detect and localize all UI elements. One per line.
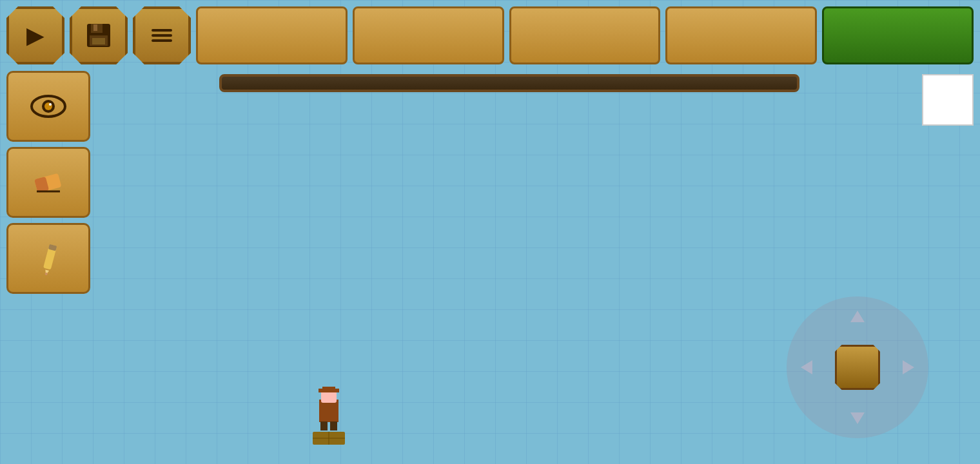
tab-background[interactable]	[822, 6, 974, 64]
dpad-center	[835, 345, 880, 390]
eye-button[interactable]	[6, 71, 90, 142]
tab-blocks[interactable]	[353, 6, 504, 64]
svg-rect-23	[319, 400, 338, 422]
tab-items[interactable]	[665, 6, 817, 64]
svg-rect-2	[93, 24, 97, 31]
background-panel	[219, 74, 799, 92]
dpad-up-button[interactable]	[841, 302, 874, 334]
tab-enemies[interactable]	[509, 6, 661, 64]
dpad-left-button[interactable]	[792, 351, 824, 383]
dpad	[787, 296, 928, 438]
dpad-down-icon	[848, 407, 867, 427]
svg-rect-4	[92, 38, 105, 44]
save-icon	[84, 21, 113, 50]
svg-point-11	[49, 103, 52, 106]
dpad-left-icon	[798, 358, 818, 377]
dpad-right-button[interactable]	[891, 351, 923, 383]
dpad-down-button[interactable]	[841, 401, 874, 433]
eraser-icon	[29, 163, 68, 202]
toolbar: ▶	[0, 0, 980, 71]
svg-marker-19	[850, 311, 865, 322]
left-panel	[6, 71, 90, 294]
play-button[interactable]: ▶	[6, 6, 64, 64]
dpad-right-icon	[897, 358, 917, 377]
character-sprite	[309, 387, 348, 445]
menu-icon	[148, 21, 176, 50]
svg-marker-22	[903, 360, 914, 374]
pencil-button[interactable]	[6, 223, 90, 294]
svg-rect-5	[152, 29, 172, 32]
svg-marker-21	[801, 360, 812, 374]
eraser-button[interactable]	[6, 147, 90, 218]
svg-rect-28	[330, 421, 337, 430]
svg-rect-6	[152, 34, 172, 37]
pencil-icon	[29, 239, 68, 278]
eye-icon	[29, 87, 68, 126]
menu-button[interactable]	[133, 6, 191, 64]
play-icon: ▶	[26, 22, 44, 49]
svg-rect-27	[320, 421, 328, 430]
svg-rect-7	[152, 39, 172, 42]
tab-characters[interactable]	[196, 6, 348, 64]
character-svg	[309, 387, 348, 445]
dpad-up-icon	[848, 308, 867, 327]
save-button[interactable]	[70, 6, 128, 64]
svg-marker-20	[850, 412, 865, 424]
svg-rect-26	[322, 387, 335, 390]
preview-box	[922, 74, 974, 126]
